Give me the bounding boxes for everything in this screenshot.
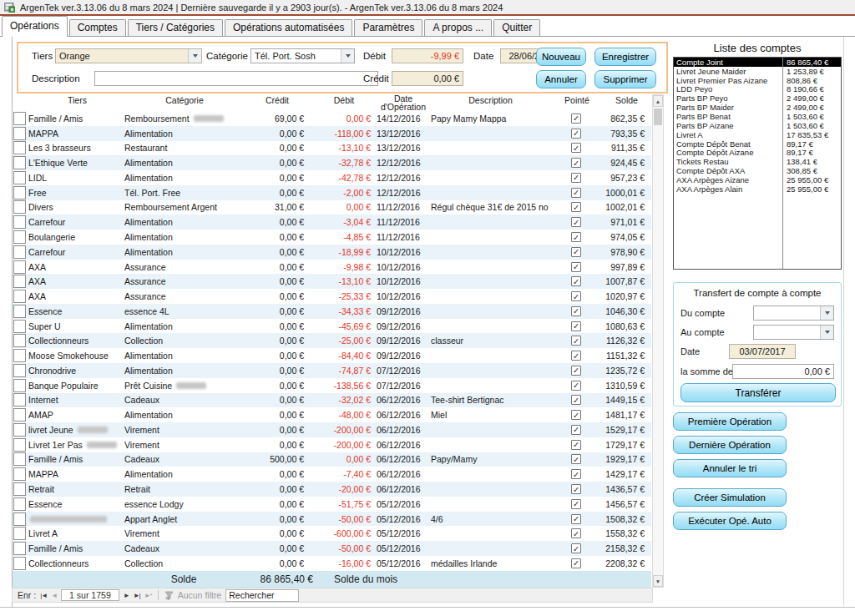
pointe-checkbox[interactable]: ✓ xyxy=(571,336,581,346)
pointe-checkbox[interactable]: ✓ xyxy=(571,217,581,227)
pointe-checkbox[interactable]: ✓ xyxy=(571,247,581,257)
record-selector[interactable] xyxy=(13,452,26,466)
table-row[interactable]: DiversRemboursement Argent31,00 €0,00 €1… xyxy=(13,200,651,215)
table-row[interactable]: Livret 1er PasVirement0,00 €-200,00 €06/… xyxy=(13,437,651,452)
header-pointe[interactable]: Pointé xyxy=(549,94,605,111)
record-selector[interactable] xyxy=(13,290,26,303)
supprimer-button[interactable]: Supprimer xyxy=(594,70,656,88)
record-selector[interactable] xyxy=(13,127,26,140)
account-item[interactable]: Parts BP Maider2 499,00 € xyxy=(674,103,841,112)
record-selector[interactable] xyxy=(13,320,26,333)
pointe-checkbox[interactable]: ✓ xyxy=(571,276,581,286)
table-row[interactable]: CollectionneursCollection0,00 €-16,00 €0… xyxy=(13,556,651,571)
table-row[interactable]: AXAAssurance0,00 €-25,33 €10/12/2016✓102… xyxy=(13,289,651,304)
transfer-date-field[interactable]: 03/07/2017 xyxy=(729,344,796,359)
scroll-down-icon[interactable]: ▼ xyxy=(653,575,663,587)
tab-quitter[interactable]: Quitter xyxy=(493,19,540,36)
account-item[interactable]: Compte Dépôt Aizane89,17 € xyxy=(674,148,841,157)
record-selector[interactable] xyxy=(13,497,26,511)
record-selector[interactable] xyxy=(13,379,26,392)
table-row[interactable]: MAPPAAlimentation0,00 €-118,00 €13/12/20… xyxy=(13,126,651,141)
record-selector[interactable] xyxy=(13,364,26,377)
pointe-checkbox[interactable]: ✓ xyxy=(571,129,581,139)
record-selector[interactable] xyxy=(13,156,26,169)
last-record-icon[interactable]: ►| xyxy=(134,592,140,599)
pointe-checkbox[interactable]: ✓ xyxy=(571,410,581,420)
executer-ope-auto-button[interactable]: Exécuter Opé. Auto xyxy=(673,512,787,530)
first-record-icon[interactable]: |◄ xyxy=(40,592,47,599)
pointe-checkbox[interactable]: ✓ xyxy=(571,158,581,168)
record-selector[interactable] xyxy=(13,245,26,259)
creer-simulation-button[interactable]: Créer Simulation xyxy=(673,488,787,507)
table-row[interactable]: Essenceessence 4L0,00 €-34,33 €09/12/201… xyxy=(13,304,651,319)
account-item[interactable]: Parts BP Peyo2 499,00 € xyxy=(674,93,841,103)
pointe-checkbox[interactable]: ✓ xyxy=(571,514,581,524)
record-selector[interactable] xyxy=(13,275,26,288)
chevron-down-icon[interactable] xyxy=(820,306,833,320)
record-selector[interactable] xyxy=(13,112,26,125)
chevron-down-icon[interactable] xyxy=(820,326,833,339)
search-input[interactable] xyxy=(225,589,299,602)
account-item[interactable]: AXA Arpèges Alain25 955,00 € xyxy=(674,184,841,194)
pointe-checkbox[interactable]: ✓ xyxy=(571,543,581,553)
record-selector[interactable] xyxy=(13,305,26,318)
pointe-checkbox[interactable]: ✓ xyxy=(571,558,581,568)
record-selector[interactable] xyxy=(13,557,26,570)
pointe-checkbox[interactable]: ✓ xyxy=(571,381,581,391)
pointe-checkbox[interactable]: ✓ xyxy=(571,143,581,153)
header-credit[interactable]: Crédit xyxy=(244,94,311,111)
account-item[interactable]: Parts BP Aizane1 503,60 € xyxy=(674,121,841,130)
account-item[interactable]: AXA Arpèges Aizane25 955,00 € xyxy=(674,175,841,184)
next-record-icon[interactable]: ► xyxy=(124,592,129,599)
filter-icon[interactable] xyxy=(164,591,174,600)
table-row[interactable]: Famille / AmisCadeaux0,00 €-50,00 €05/12… xyxy=(13,541,651,556)
annuler-le-tri-button[interactable]: Annuler le tri xyxy=(673,459,787,477)
record-selector[interactable] xyxy=(13,215,26,229)
table-row[interactable]: Les 3 brasseursRestaurant0,00 €-13,10 €1… xyxy=(13,141,651,156)
table-row[interactable]: ChronodriveAlimentation0,00 €-74,87 €07/… xyxy=(13,363,651,378)
pointe-checkbox[interactable]: ✓ xyxy=(571,202,581,212)
pointe-checkbox[interactable]: ✓ xyxy=(571,321,581,331)
table-row[interactable]: AMAPAlimentation0,00 €-48,00 €06/12/2016… xyxy=(13,407,651,422)
record-selector[interactable] xyxy=(13,408,26,422)
tab-parametres[interactable]: Paramètres xyxy=(354,19,422,36)
table-row[interactable]: L'Ethique VerteAlimentation0,00 €-32,78 … xyxy=(13,155,651,170)
record-selector[interactable] xyxy=(13,186,26,199)
table-row[interactable]: AXAAssurance0,00 €-9,98 €10/12/2016✓997,… xyxy=(13,260,651,275)
account-item[interactable]: Tickets Restau138,41 € xyxy=(674,157,841,166)
record-selector[interactable] xyxy=(13,349,26,362)
pointe-checkbox[interactable]: ✓ xyxy=(571,366,581,376)
transfer-amount-field[interactable]: 0,00 € xyxy=(732,364,834,379)
account-item[interactable]: Livret Jeune Maider1 253,89 € xyxy=(674,67,841,76)
from-account-combo[interactable] xyxy=(753,305,834,321)
enregistrer-button[interactable]: Enregistrer xyxy=(594,48,656,66)
pointe-checkbox[interactable]: ✓ xyxy=(571,469,581,479)
record-selector[interactable] xyxy=(13,527,26,540)
account-item[interactable]: LDD Peyo8 190,66 € xyxy=(674,85,841,94)
pointe-checkbox[interactable]: ✓ xyxy=(571,499,581,509)
record-selector[interactable] xyxy=(13,482,26,496)
table-row[interactable]: CarrefourAlimentation0,00 €-3,04 €11/12/… xyxy=(13,215,651,230)
pointe-checkbox[interactable]: ✓ xyxy=(571,262,581,272)
pointe-checkbox[interactable]: ✓ xyxy=(571,188,581,198)
derniere-operation-button[interactable]: Dernière Opération xyxy=(673,436,787,454)
table-row[interactable]: CarrefourAlimentation0,00 €-18,99 €10/12… xyxy=(13,245,651,260)
record-selector[interactable] xyxy=(13,542,26,555)
scrollbar-thumb[interactable] xyxy=(654,109,662,125)
pointe-checkbox[interactable]: ✓ xyxy=(571,454,581,464)
tab-tiers-categories[interactable]: Tiers / Catégories xyxy=(128,19,223,36)
to-account-combo[interactable] xyxy=(753,325,834,340)
table-row[interactable]: livret JeuneVirement0,00 €-200,00 €06/12… xyxy=(13,422,651,437)
header-tiers[interactable]: Tiers xyxy=(27,94,125,111)
tab-operations[interactable]: Opérations xyxy=(2,16,68,37)
pointe-checkbox[interactable]: ✓ xyxy=(571,173,581,183)
table-row[interactable]: RetraitRetrait0,00 €-20,00 €06/12/2016✓1… xyxy=(13,482,651,497)
tiers-combo[interactable]: Orange xyxy=(55,48,202,63)
account-item[interactable]: Livret A17 835,53 € xyxy=(674,130,841,139)
tab-operations-automatisees[interactable]: Opérations automatisées xyxy=(225,19,352,36)
debit-field[interactable]: -9,99 € xyxy=(392,48,463,63)
pointe-checkbox[interactable]: ✓ xyxy=(571,351,581,361)
account-item[interactable]: Compte Joint86 865,40 € xyxy=(674,58,841,67)
tab-a-propos[interactable]: A propos ... xyxy=(424,19,492,36)
table-row[interactable]: Famille / AmisCadeaux500,00 €0,00 €06/12… xyxy=(13,452,651,467)
